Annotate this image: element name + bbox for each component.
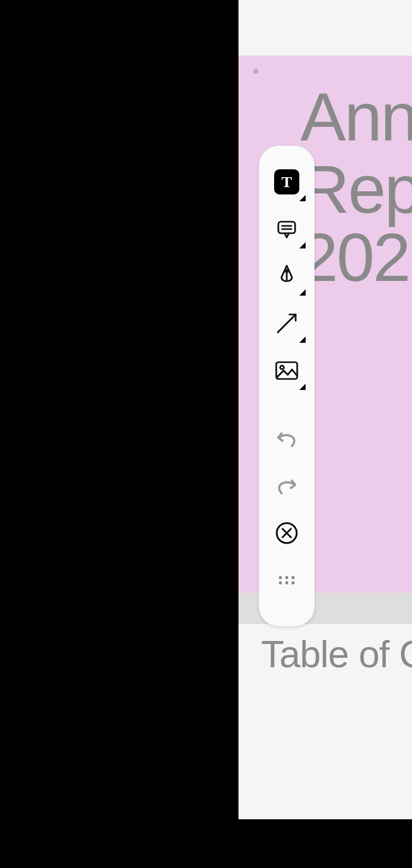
toc-leader-dots [67, 450, 238, 452]
image-icon [274, 360, 299, 381]
drag-handle[interactable] [271, 557, 302, 604]
cover-title-line-3: 202 [300, 227, 409, 287]
toc-marker-icon [128, 591, 140, 603]
toc-leader-dots [174, 306, 238, 309]
toc-leader-dots [67, 497, 238, 500]
toc-entry[interactable]: ████ ████ [0, 259, 238, 276]
toc-entry[interactable]: ███ [0, 497, 238, 514]
toc-entry[interactable]: ████ ████ [0, 165, 238, 181]
toc-entry-label: ███ [0, 497, 32, 514]
expand-corner-icon [299, 195, 306, 201]
toc-marker-icon [103, 259, 114, 270]
svg-point-12 [285, 576, 288, 579]
toc-entry[interactable]: ████ ████ ██ [0, 544, 238, 561]
toc-entry-label: ████ ████ ████ [0, 306, 139, 323]
expand-corner-icon [299, 289, 306, 296]
fountain-pen-icon [275, 263, 298, 290]
toc-entry-label: ████ ████ [0, 259, 91, 276]
toc-entry-label: ████ ████ ██ [0, 544, 117, 561]
toc-marker-icon [103, 165, 114, 176]
text-tool-button[interactable]: T [271, 158, 302, 205]
expand-corner-icon [299, 337, 306, 343]
svg-rect-0 [278, 222, 295, 233]
toc-leader-dots [156, 353, 238, 356]
toc-marker-icon [44, 497, 56, 508]
close-circle-icon [275, 521, 299, 545]
draw-tool-button[interactable] [271, 253, 302, 300]
toc-heading: Table of C [261, 633, 412, 676]
toc-marker-icon [44, 450, 56, 461]
expand-corner-icon [299, 384, 306, 390]
toc-marker-icon [117, 212, 129, 223]
thumbnails-sidebar [0, 0, 238, 819]
drag-handle-icon [276, 574, 297, 587]
redo-button[interactable] [271, 462, 302, 509]
toc-entry-label: ████ ████ ████ ██ ██ ██ ███ [0, 353, 121, 403]
line-tool-button[interactable] [271, 300, 302, 347]
undo-icon [275, 428, 298, 449]
svg-line-5 [278, 314, 296, 332]
expand-corner-icon [299, 242, 306, 248]
toc-leader-dots [151, 591, 238, 594]
toc-entry[interactable]: ████ ████ ████ ██ ██ ██ ███ [0, 353, 238, 403]
cover-title-line-1: Ann [300, 87, 412, 147]
page-margin-top [238, 0, 412, 56]
arrow-line-icon [274, 310, 300, 337]
toc-entry[interactable]: ████ ████ ████ [0, 306, 238, 323]
svg-point-15 [285, 581, 288, 584]
toc-entry-label: ████ ████ [0, 165, 91, 181]
toc-marker-icon [128, 544, 140, 556]
toc-leader-dots [126, 259, 238, 262]
svg-point-7 [280, 366, 284, 370]
undo-button[interactable] [271, 415, 302, 462]
svg-point-4 [286, 270, 288, 272]
toc-entry-label: ███ [0, 450, 32, 466]
toc-entry[interactable]: ████ ████ ██ [0, 591, 238, 608]
bullet-icon [253, 69, 258, 74]
cover-title-line-2: Rep [300, 159, 412, 219]
annotation-toolbar: T [259, 146, 315, 626]
svg-point-13 [291, 576, 295, 579]
toc-leader-dots [151, 544, 238, 547]
image-tool-button[interactable] [271, 347, 302, 394]
toc-marker-icon [133, 353, 144, 365]
comment-icon [275, 218, 298, 241]
redo-icon [275, 475, 298, 496]
close-annotations-button[interactable] [271, 509, 302, 557]
text-tool-icon: T [281, 173, 292, 191]
comment-tool-button[interactable] [271, 205, 302, 253]
toc-entry-label: ███ ██ ████ [0, 212, 106, 229]
text-tool-active-chip: T [274, 169, 299, 194]
toc-marker-icon [150, 306, 162, 318]
svg-point-11 [279, 576, 282, 579]
svg-rect-6 [276, 362, 297, 379]
toc-leader-dots [140, 212, 238, 214]
toc-entry[interactable]: ███ [0, 450, 238, 466]
toc-entry[interactable]: ███ ██ ████ [0, 212, 238, 229]
toc-leader-dots [126, 165, 238, 167]
svg-point-16 [291, 581, 295, 584]
toc-entry-label: ████ ████ ██ [0, 591, 117, 608]
svg-point-14 [279, 581, 282, 584]
